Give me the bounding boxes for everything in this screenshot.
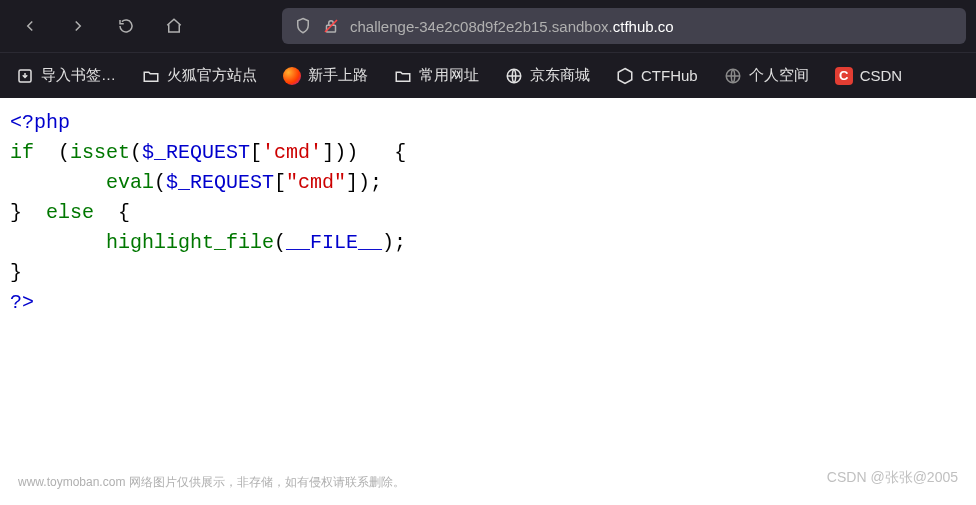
code-line: ?>	[10, 288, 966, 318]
bookmark-label: 火狐官方站点	[167, 66, 257, 85]
svg-marker-4	[618, 68, 632, 83]
globe-icon	[724, 67, 742, 85]
watermark-right: CSDN @张张@2005	[827, 469, 958, 487]
reload-button[interactable]	[106, 8, 146, 44]
bookmark-jd[interactable]: 京东商城	[499, 60, 596, 91]
bookmark-common-sites[interactable]: 常用网址	[388, 60, 485, 91]
browser-chrome: challenge-34e2c08d9f2e2b15.sandbox.ctfhu…	[0, 0, 976, 98]
forward-button[interactable]	[58, 8, 98, 44]
code-line: <?php	[10, 108, 966, 138]
bookmark-label: 新手上路	[308, 66, 368, 85]
insecure-lock-icon	[322, 17, 340, 35]
globe-icon	[505, 67, 523, 85]
code-line: } else {	[10, 198, 966, 228]
shield-icon	[294, 17, 312, 35]
bookmarks-bar: 导入书签… 火狐官方站点 新手上路 常用网址 京东商城	[0, 52, 976, 98]
home-button[interactable]	[154, 8, 194, 44]
watermark-left: www.toymoban.com 网络图片仅供展示，非存储，如有侵权请联系删除。	[18, 474, 405, 491]
bookmark-personal-space[interactable]: 个人空间	[718, 60, 815, 91]
code-line: highlight_file(__FILE__);	[10, 228, 966, 258]
page-content: <?php if (isset($_REQUEST['cmd'])) { eva…	[0, 98, 976, 328]
code-line: }	[10, 258, 966, 288]
bookmark-getting-started[interactable]: 新手上路	[277, 60, 374, 91]
bookmark-label: 京东商城	[530, 66, 590, 85]
bookmark-label: 导入书签…	[41, 66, 116, 85]
bookmark-label: 常用网址	[419, 66, 479, 85]
bookmark-csdn[interactable]: C CSDN	[829, 61, 909, 91]
firefox-icon	[283, 67, 301, 85]
bookmark-label: CTFHub	[641, 67, 698, 84]
code-line: if (isset($_REQUEST['cmd'])) {	[10, 138, 966, 168]
bookmark-firefox-official[interactable]: 火狐官方站点	[136, 60, 263, 91]
url-bar[interactable]: challenge-34e2c08d9f2e2b15.sandbox.ctfhu…	[282, 8, 966, 44]
folder-icon	[142, 67, 160, 85]
url-text: challenge-34e2c08d9f2e2b15.sandbox.ctfhu…	[350, 18, 674, 35]
bookmark-label: CSDN	[860, 67, 903, 84]
import-icon	[16, 67, 34, 85]
back-button[interactable]	[10, 8, 50, 44]
code-line: eval($_REQUEST["cmd"]);	[10, 168, 966, 198]
ctfhub-icon	[616, 67, 634, 85]
import-bookmarks-button[interactable]: 导入书签…	[10, 60, 122, 91]
nav-bar: challenge-34e2c08d9f2e2b15.sandbox.ctfhu…	[0, 0, 976, 52]
bookmark-label: 个人空间	[749, 66, 809, 85]
folder-icon	[394, 67, 412, 85]
csdn-icon: C	[835, 67, 853, 85]
bookmark-ctfhub[interactable]: CTFHub	[610, 61, 704, 91]
